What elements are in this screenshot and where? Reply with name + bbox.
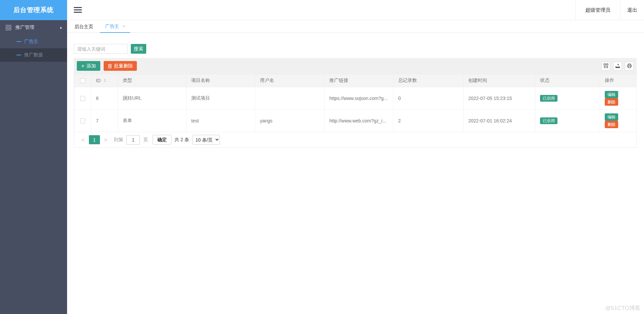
cell-project: test (186, 110, 255, 132)
data-table: ID ▲▼ 类型 项目名称 用户名 推广链接 总记录数 创建时间 状态 (74, 74, 637, 148)
table-row: 8 跳转URL 测试项目 https://www.sojson.com?g...… (74, 87, 637, 110)
cell-total: 0 (393, 87, 464, 110)
page-number-input[interactable] (126, 135, 140, 145)
pagination: < 1 > 到第 页 确定 共 2 条 10 条/页 (74, 132, 636, 147)
sidebar-subitem-label: 推广数据 (24, 52, 43, 58)
chevron-up-icon: ▲ (59, 26, 62, 29)
row-checkbox[interactable] (80, 118, 85, 123)
cell-created: 2022-07-01 16:02:24 (464, 110, 535, 132)
tab-label: 广告主 (105, 20, 119, 33)
cell-username (255, 87, 325, 110)
tab-home[interactable]: 后台主页 (74, 20, 93, 33)
column-header-project: 项目名称 (186, 74, 255, 87)
trash-icon (108, 64, 112, 68)
sidebar: 后台管理系统 推广管理 ▲ 广告主 推广数据 (0, 0, 67, 314)
table-header-row: ID ▲▼ 类型 项目名称 用户名 推广链接 总记录数 创建时间 状态 (74, 74, 637, 87)
dash-icon (16, 55, 21, 55)
cell-link: https://www.sojson.com?g... (325, 87, 393, 110)
next-page-icon[interactable]: > (102, 137, 110, 143)
table-row: 7 表单 test yangs http://www.web.com?gz_i.… (74, 110, 637, 132)
column-header-actions: 操作 (600, 74, 637, 87)
tab-bar: 后台主页 广告主 × (67, 20, 644, 33)
columns-toggle-button[interactable] (601, 62, 610, 70)
column-header-type: 类型 (118, 74, 186, 87)
status-badge: 已启用 (540, 95, 557, 102)
delete-button[interactable]: 删除 (605, 121, 618, 128)
close-icon[interactable]: × (122, 20, 125, 33)
tab-advertiser[interactable]: 广告主 × (100, 20, 130, 33)
column-header-total: 总记录数 (393, 74, 464, 87)
row-checkbox[interactable] (80, 96, 85, 101)
page-unit-label: 页 (143, 137, 148, 143)
search-button[interactable]: 搜索 (131, 44, 146, 54)
cell-project: 测试项目 (186, 87, 255, 110)
prev-page-icon[interactable]: < (79, 137, 87, 143)
column-header-id[interactable]: ID (96, 78, 101, 83)
cell-username: yangs (255, 110, 325, 132)
batch-delete-button[interactable]: 批量删除 (104, 61, 137, 71)
page-size-select[interactable]: 10 条/页 (193, 135, 220, 145)
cell-total: 2 (393, 110, 464, 132)
cell-id: 8 (91, 87, 118, 110)
edit-button[interactable]: 编辑 (605, 113, 618, 121)
column-header-username: 用户名 (255, 74, 325, 87)
columns-toggle-icon (603, 63, 608, 68)
topbar: 超级管理员 退出 (67, 0, 644, 20)
total-count-label: 共 2 条 (174, 137, 189, 143)
watermark: @51CTO博客 (605, 304, 641, 312)
column-header-created: 创建时间 (464, 74, 535, 87)
cell-type: 跳转URL (118, 87, 186, 110)
sidebar-subitem-label: 广告主 (24, 39, 38, 45)
sidebar-item-advertiser[interactable]: 广告主 (0, 35, 67, 48)
toolbar-right-icons (598, 62, 634, 70)
status-badge: 已启用 (540, 117, 557, 124)
add-button[interactable]: + 添加 (77, 61, 100, 71)
table-toolbar: + 添加 批量删除 (74, 58, 637, 74)
confirm-page-button[interactable]: 确定 (153, 135, 171, 145)
app-logo: 后台管理系统 (0, 0, 67, 20)
cell-type: 表单 (118, 110, 186, 132)
cell-id: 7 (91, 110, 118, 132)
sidebar-item-promotion-management[interactable]: 推广管理 ▲ (0, 20, 67, 35)
sort-icon[interactable]: ▲▼ (104, 78, 106, 83)
edit-button[interactable]: 编辑 (605, 91, 618, 98)
dash-icon (16, 41, 21, 42)
select-all-checkbox[interactable] (80, 78, 85, 83)
column-header-link: 推广链接 (325, 74, 393, 87)
print-button[interactable] (625, 62, 634, 70)
column-header-status: 状态 (535, 74, 600, 87)
page-number-button[interactable]: 1 (89, 135, 100, 144)
content: 搜索 + 添加 批量删除 (67, 33, 644, 148)
search-row: 搜索 (74, 44, 637, 54)
grid-icon (6, 25, 11, 31)
export-button[interactable] (613, 62, 622, 70)
print-icon (627, 63, 632, 68)
goto-page-label: 到第 (114, 137, 123, 143)
logout-button[interactable]: 退出 (621, 0, 644, 20)
export-icon (615, 63, 620, 68)
cell-link: http://www.web.com?gz_i... (325, 110, 393, 132)
plus-icon: + (81, 63, 85, 69)
batch-delete-label: 批量删除 (114, 63, 133, 69)
search-input[interactable] (74, 44, 127, 54)
add-button-label: 添加 (87, 63, 96, 69)
current-user-menu[interactable]: 超级管理员 (575, 0, 621, 20)
sidebar-item-promotion-data[interactable]: 推广数据 (0, 48, 67, 62)
delete-button[interactable]: 删除 (605, 98, 618, 106)
cell-created: 2022-07-05 15:23:15 (464, 87, 535, 110)
menu-toggle-icon[interactable] (74, 6, 82, 14)
main-area: 超级管理员 退出 后台主页 广告主 × 搜索 + 添加 批量删除 (67, 0, 644, 148)
sidebar-item-label: 推广管理 (15, 24, 34, 31)
